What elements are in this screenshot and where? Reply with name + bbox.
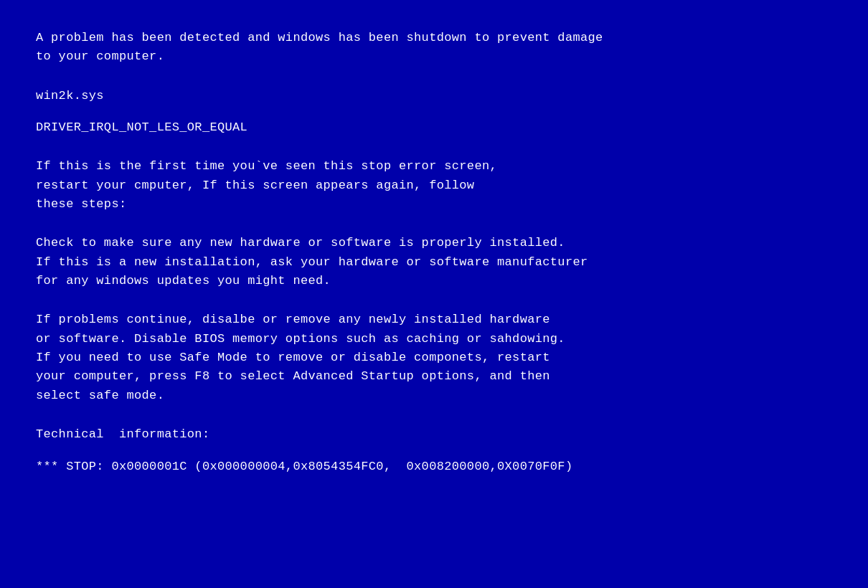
stop-code-section: *** STOP: 0x0000001C (0x000000004,0x8054… (36, 457, 832, 476)
problems-section: If problems continue, disalbe or remove … (36, 310, 832, 405)
file-text: win2k.sys (36, 89, 104, 103)
intro-section: A problem has been detected and windows … (36, 29, 832, 67)
first-time-text: If this is the first time you`ve seen th… (36, 159, 497, 211)
file-section: win2k.sys (36, 87, 832, 105)
technical-label-section: Technical information: (36, 425, 832, 444)
error-code-section: DRIVER_IRQL_NOT_LES_OR_EQUAL (36, 118, 832, 137)
bsod-screen: A problem has been detected and windows … (0, 0, 868, 588)
stop-code-text: *** STOP: 0x0000001C (0x000000004,0x8054… (36, 460, 572, 473)
first-time-section: If this is the first time you`ve seen th… (36, 157, 832, 214)
check-text: Check to make sure any new hardware or s… (36, 236, 588, 288)
problems-text: If problems continue, disalbe or remove … (36, 313, 565, 402)
error-code-text: DRIVER_IRQL_NOT_LES_OR_EQUAL (36, 120, 247, 134)
intro-text: A problem has been detected and windows … (36, 31, 603, 63)
technical-label-text: Technical information: (36, 427, 209, 441)
check-section: Check to make sure any new hardware or s… (36, 234, 832, 290)
